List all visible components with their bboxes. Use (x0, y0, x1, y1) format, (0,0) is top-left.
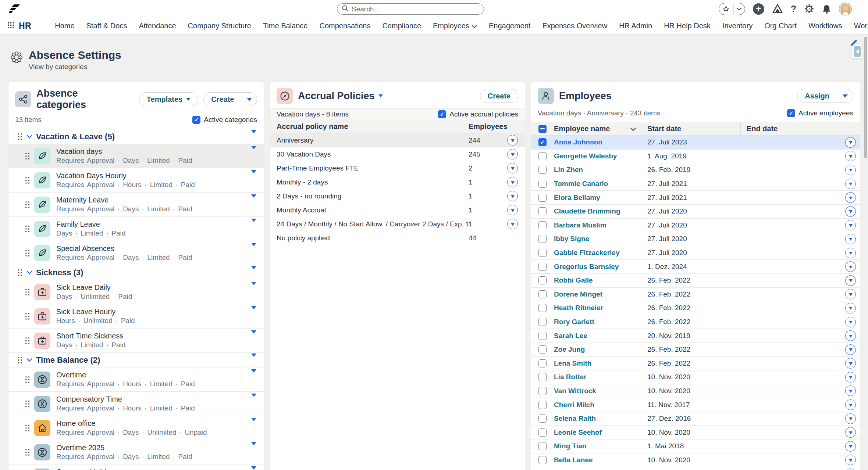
col-employee-name[interactable]: Employee name (548, 122, 641, 135)
absence-category-row[interactable]: Vacation days Requires Approval · Days ·… (8, 144, 264, 168)
user-avatar[interactable] (839, 3, 852, 15)
absence-category-row[interactable]: Sick Leave Hourly Hours · Unlimited · Pa… (8, 304, 264, 329)
drag-handle-icon[interactable] (25, 201, 30, 209)
category-menu-caret-icon[interactable] (251, 246, 256, 253)
favorites-caret-icon[interactable] (733, 3, 745, 15)
employee-row[interactable]: Ming Tian 1. Mai 2018 (531, 439, 860, 453)
drag-handle-icon[interactable] (25, 225, 30, 233)
employee-name-link[interactable]: Ming Tian (548, 442, 641, 450)
employee-checkbox[interactable] (538, 235, 547, 243)
employee-name-link[interactable]: Barbara Muslim (548, 221, 641, 229)
absence-category-row[interactable]: Short Time Sickness Days · Limited · Pai… (8, 329, 264, 353)
accrual-policy-row[interactable]: 30 Vacation Days 245 (270, 147, 525, 161)
nav-item-workplace[interactable]: Workplace (848, 18, 868, 34)
employee-checkbox[interactable] (538, 332, 547, 340)
drag-handle-icon[interactable] (25, 400, 30, 408)
employee-checkbox[interactable] (538, 221, 547, 229)
employee-menu-button[interactable] (845, 441, 856, 452)
policy-menu-button[interactable] (507, 177, 518, 187)
accrual-policy-row[interactable]: Part-Time Employees FTE 2 (270, 161, 525, 175)
employee-checkbox[interactable] (538, 152, 547, 160)
accrual-policy-row[interactable]: Monthly Accrual 1 (270, 203, 525, 217)
employee-name-link[interactable]: Sarah Lee (548, 332, 641, 340)
absence-category-row[interactable]: Maternity Leave Requires Approval · Days… (8, 193, 264, 217)
employee-row[interactable]: Elora Bellamy 27. Juli 2021 (531, 191, 860, 205)
category-menu-caret-icon[interactable] (251, 373, 256, 379)
apps-grid-icon[interactable] (7, 22, 14, 30)
employee-row[interactable]: Robbi Galle 26. Feb. 2022 (531, 274, 860, 288)
employee-checkbox[interactable] (538, 207, 547, 215)
nav-item-engagement[interactable]: Engagement (483, 18, 536, 34)
category-menu-caret-icon[interactable] (251, 445, 256, 452)
employee-row[interactable]: Rory Garlett 26. Feb. 2022 (531, 315, 860, 329)
accrual-policy-row[interactable]: 2 Days - no rounding 1 (270, 189, 525, 203)
employee-menu-button[interactable] (845, 248, 856, 258)
active-employees-checkbox[interactable]: ✓ (787, 109, 795, 117)
add-icon[interactable]: + (753, 3, 764, 15)
accrual-policy-row[interactable]: No policy applied 44 (270, 231, 525, 245)
drag-handle-icon[interactable] (25, 376, 30, 384)
employee-menu-button[interactable] (845, 385, 856, 396)
nav-item-compensations[interactable]: Compensations (313, 18, 376, 34)
active-accrual-checkbox[interactable]: ✓ (438, 110, 446, 118)
employee-row[interactable]: Zoe Jung 26. Feb. 2022 (531, 343, 860, 357)
employee-checkbox[interactable] (538, 428, 547, 437)
employee-checkbox[interactable] (538, 290, 547, 298)
employee-menu-button[interactable] (845, 399, 856, 410)
employee-menu-button[interactable] (845, 372, 856, 383)
absence-category-row[interactable]: Special Absences Requires Approval · Day… (8, 241, 264, 265)
absence-category-row[interactable]: Overtime Requires Approval · Hours · Lim… (8, 367, 264, 392)
policy-menu-button[interactable] (507, 149, 518, 159)
absence-category-row[interactable]: Overtime 2025 Requires Approval · Days ·… (8, 440, 264, 464)
employee-row[interactable]: Lia Rotter 10. Nov. 2020 (531, 370, 860, 384)
absence-category-row[interactable]: Compensatory Time Requires Approval · Ho… (8, 392, 264, 416)
star-icon[interactable] (719, 3, 733, 15)
employee-checkbox[interactable] (538, 318, 547, 326)
employee-row[interactable]: Gabbie Fitzackerley 27. Juli 2020 (531, 246, 860, 260)
employee-name-link[interactable]: Gabbie Fitzackerley (548, 249, 641, 257)
settings-gear-icon[interactable] (804, 4, 814, 14)
category-menu-caret-icon[interactable] (251, 222, 256, 229)
employee-checkbox[interactable] (538, 345, 547, 354)
sort-chevron-icon[interactable] (630, 125, 636, 133)
employee-menu-button[interactable] (845, 427, 856, 438)
absence-category-row[interactable]: Home office Requires Approval · Days · U… (8, 416, 264, 440)
employee-menu-button[interactable] (845, 455, 856, 465)
employee-name-link[interactable]: Heath Ritmeier (548, 304, 641, 312)
category-menu-caret-icon[interactable] (251, 309, 256, 316)
nav-item-staff-docs[interactable]: Staff & Docs (81, 18, 133, 34)
category-menu-caret-icon[interactable] (251, 397, 256, 403)
employee-checkbox[interactable] (538, 359, 547, 367)
drag-handle-icon[interactable] (17, 269, 23, 277)
employee-row[interactable]: Barbara Muslim 27. Juli 2020 (531, 219, 860, 233)
create-category-button[interactable]: Create (204, 93, 241, 106)
absence-category-row[interactable]: Vacation Days Hourly Requires Approval ·… (8, 168, 264, 193)
drag-handle-icon[interactable] (17, 133, 23, 141)
active-categories-checkbox[interactable]: ✓ (192, 116, 200, 124)
employee-row[interactable]: Leonie Seehof 10. Nov. 2020 (531, 426, 860, 439)
drag-handle-icon[interactable] (25, 152, 30, 160)
employee-checkbox[interactable] (538, 442, 547, 450)
employee-checkbox[interactable] (538, 304, 547, 312)
employee-menu-button[interactable] (845, 344, 856, 355)
create-category-caret[interactable] (242, 93, 257, 106)
employee-name-link[interactable]: Gregorius Barnsley (548, 263, 641, 271)
employee-row[interactable]: Georgette Walesby 1. Aug. 2019 (531, 150, 860, 164)
employee-name-link[interactable]: Van Wittrock (548, 387, 641, 395)
employee-menu-button[interactable] (845, 179, 856, 189)
employee-row[interactable]: Tommie Canario 27. Juli 2021 (531, 177, 860, 191)
section-menu-caret-icon[interactable] (251, 269, 256, 276)
employee-name-link[interactable]: Lin Zhen (548, 166, 641, 174)
employee-row[interactable]: Bella Lanee 10. Nov. 2020 (531, 453, 860, 467)
section-collapse-chevron-icon[interactable] (26, 269, 32, 276)
employee-menu-button[interactable] (845, 289, 856, 299)
employee-row[interactable]: Gregorius Barnsley 1. Dez. 2024 (531, 260, 860, 274)
col-end-date[interactable]: End date (741, 122, 841, 135)
employee-name-link[interactable]: Leonie Seehof (548, 428, 641, 437)
employee-name-link[interactable]: Zoe Jung (548, 345, 641, 354)
nav-item-company-structure[interactable]: Company Structure (182, 18, 257, 34)
policy-menu-button[interactable] (507, 135, 518, 146)
employee-checkbox[interactable] (538, 194, 547, 202)
employee-name-link[interactable]: Dorene Minget (548, 290, 641, 298)
employee-menu-button[interactable] (845, 275, 856, 286)
